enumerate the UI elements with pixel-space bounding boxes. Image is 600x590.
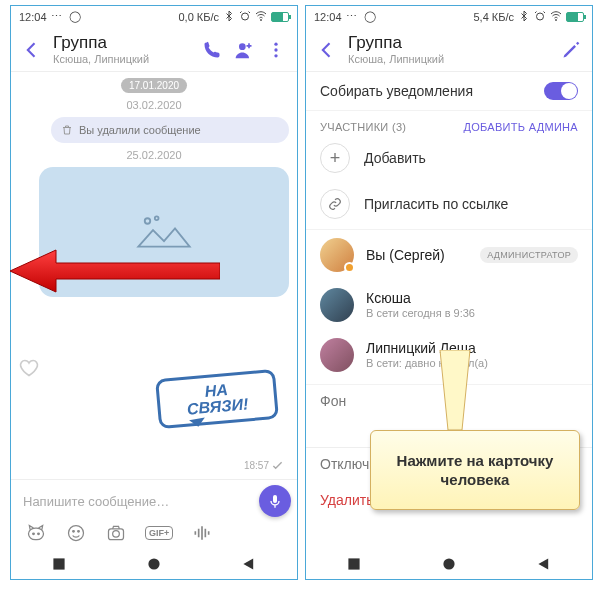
svg-point-3	[274, 42, 277, 45]
status-bar: 12:04 ⋯ ◯ 5,4 КБ/с	[306, 6, 592, 28]
svg-point-2	[239, 43, 246, 50]
svg-point-12	[69, 526, 84, 541]
android-navbar	[11, 549, 297, 579]
nav-home-icon[interactable]	[442, 557, 456, 571]
plus-icon: +	[320, 143, 350, 173]
battery-icon	[271, 12, 289, 22]
chat-header: Группа Ксюша, Липницкий	[11, 28, 297, 72]
menu-dots-icon: ⋯	[51, 10, 65, 24]
svg-point-10	[33, 533, 35, 535]
add-member-row[interactable]: + Добавить	[306, 137, 592, 179]
status-time: 12:04	[19, 11, 47, 23]
msg-time: 18:57	[244, 460, 283, 471]
status-speed: 5,4 КБ/с	[473, 11, 514, 23]
wifi-icon	[550, 10, 562, 24]
member-row[interactable]: Вы (Сергей) АДМИНИСТРАТОР	[306, 230, 592, 280]
message-input[interactable]: Напишите сообщение…	[17, 494, 253, 509]
members-section-head: УЧАСТНИКИ (3) ДОБАВИТЬ АДМИНА	[306, 111, 592, 137]
svg-point-13	[73, 531, 75, 533]
back-icon[interactable]	[316, 39, 338, 61]
chat-subtitle: Ксюша, Липницкий	[53, 53, 191, 66]
add-member-label: Добавить	[364, 150, 426, 166]
status-time: 12:04	[314, 11, 342, 23]
svg-rect-17	[53, 558, 64, 569]
member-name: Липницкий Леша	[366, 340, 578, 357]
avatar	[320, 338, 354, 372]
member-row[interactable]: Ксюша В сети сегодня в 9:36	[306, 280, 592, 330]
alarm-icon	[239, 10, 251, 24]
composer: Напишите сообщение… GIF+	[11, 479, 297, 549]
svg-point-19	[537, 13, 544, 20]
emoji-icon[interactable]	[65, 522, 87, 544]
menu-dots-icon: ⋯	[346, 10, 360, 24]
chat-title-block[interactable]: Группа Ксюша, Липницкий	[53, 33, 191, 65]
avatar	[320, 288, 354, 322]
svg-point-22	[443, 558, 454, 569]
circle-icon: ◯	[364, 10, 378, 24]
trash-icon	[61, 124, 73, 136]
svg-point-1	[261, 20, 262, 21]
notify-toggle[interactable]	[544, 82, 578, 100]
info-header: Группа Ксюша, Липницкий	[306, 28, 592, 72]
link-icon	[320, 189, 350, 219]
nav-home-icon[interactable]	[147, 557, 161, 571]
system-message-text: Вы удалили сообщение	[79, 124, 201, 136]
image-message[interactable]: 18:57	[39, 167, 289, 297]
date-separator: 25.02.2020	[11, 149, 297, 161]
notify-label: Собирать уведомления	[320, 83, 530, 99]
heart-icon[interactable]	[19, 358, 39, 378]
svg-point-16	[113, 531, 120, 538]
svg-point-11	[38, 533, 40, 535]
member-status: В сети сегодня в 9:36	[366, 307, 578, 320]
svg-point-18	[148, 558, 159, 569]
cat-sticker-icon[interactable]	[25, 522, 47, 544]
svg-point-5	[274, 54, 277, 57]
camera-icon[interactable]	[105, 522, 127, 544]
svg-point-14	[78, 531, 80, 533]
battery-icon	[566, 12, 584, 22]
nav-recent-icon[interactable]	[52, 557, 66, 571]
add-person-icon[interactable]	[233, 39, 255, 61]
nav-recent-icon[interactable]	[347, 557, 361, 571]
svg-point-4	[274, 48, 277, 51]
status-bar: 12:04 ⋯ ◯ 0,0 КБ/с	[11, 6, 297, 28]
nav-back-icon[interactable]	[537, 557, 551, 571]
sticker-message[interactable]: НА СВЯЗИ!	[157, 374, 277, 444]
invite-link-row[interactable]: Пригласить по ссылке	[306, 179, 592, 230]
chat-body: 17.01.2020 03.02.2020 Вы удалили сообщен…	[11, 72, 297, 479]
voice-wave-icon[interactable]	[191, 522, 213, 544]
svg-point-7	[155, 216, 159, 220]
add-admin-link[interactable]: ДОБАВИТЬ АДМИНА	[463, 121, 578, 133]
member-name: Вы (Сергей)	[366, 247, 468, 264]
edit-icon[interactable]	[560, 39, 582, 61]
member-row[interactable]: Липницкий Леша В сети: давно не был(а)	[306, 330, 592, 385]
svg-point-20	[556, 20, 557, 21]
notify-row[interactable]: Собирать уведомления	[306, 72, 592, 111]
member-status: В сети: давно не был(а)	[366, 357, 578, 370]
info-title-block: Группа Ксюша, Липницкий	[348, 33, 550, 65]
android-navbar	[306, 549, 592, 579]
callout-box: Нажмите на карточку человека	[370, 430, 580, 510]
bluetooth-icon	[518, 10, 530, 24]
gif-icon[interactable]: GIF+	[145, 526, 173, 540]
chat-title: Группа	[53, 33, 191, 53]
avatar	[320, 238, 354, 272]
mic-button[interactable]	[259, 485, 291, 517]
admin-badge: АДМИНИСТРАТОР	[480, 247, 578, 263]
svg-point-6	[145, 218, 151, 224]
svg-rect-9	[29, 528, 44, 540]
bluetooth-icon	[223, 10, 235, 24]
placeholder-image-icon	[134, 210, 194, 254]
back-icon[interactable]	[21, 39, 43, 61]
call-icon[interactable]	[201, 39, 223, 61]
phone-left: 12:04 ⋯ ◯ 0,0 КБ/с Группа Ксюша, Липницк…	[10, 5, 298, 580]
info-title: Группа	[348, 33, 550, 53]
more-icon[interactable]	[265, 39, 287, 61]
circle-icon: ◯	[69, 10, 83, 24]
checkmark-icon	[272, 460, 283, 471]
member-name: Ксюша	[366, 290, 578, 307]
nav-back-icon[interactable]	[242, 557, 256, 571]
info-subtitle: Ксюша, Липницкий	[348, 53, 550, 66]
background-row[interactable]: Фон	[306, 385, 592, 417]
svg-rect-21	[348, 558, 359, 569]
